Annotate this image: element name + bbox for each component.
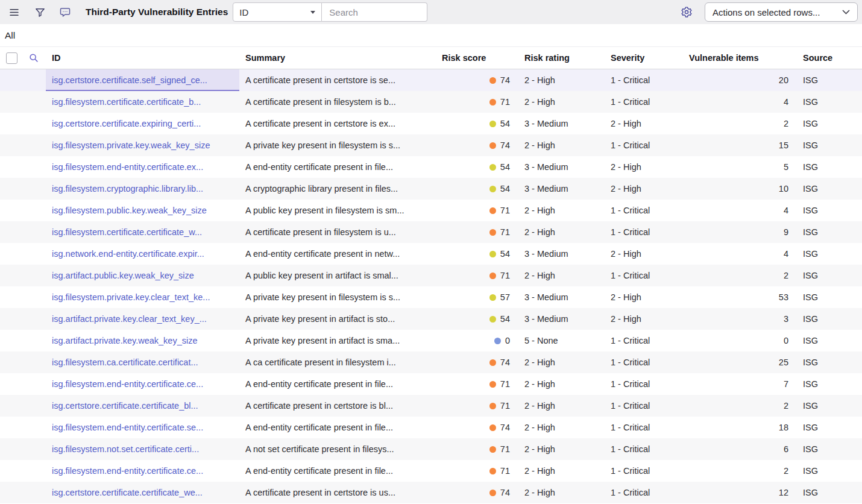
severity-cell: 1 - Critical bbox=[605, 134, 683, 156]
id-cell: isg.filesystem.end-entity.certificate.ce… bbox=[46, 460, 239, 482]
record-link[interactable]: isg.filesystem.end-entity.certificate.ex… bbox=[52, 162, 239, 172]
record-link[interactable]: isg.filesystem.cryptographic.library.lib… bbox=[52, 184, 239, 194]
table-row: isg.filesystem.end-entity.certificate.ce… bbox=[0, 460, 862, 482]
summary-cell: A ca certificate present in filesystem i… bbox=[239, 351, 436, 373]
row-spacer-cell bbox=[22, 134, 46, 156]
summary-cell: A certificate present in certstore is ex… bbox=[239, 113, 436, 134]
select-all-checkbox[interactable] bbox=[6, 52, 17, 64]
record-link[interactable]: isg.filesystem.end-entity.certificate.ce… bbox=[52, 466, 239, 476]
risk-rating-cell: 3 - Medium bbox=[518, 308, 605, 330]
risk-score-cell: 54 bbox=[436, 156, 518, 178]
risk-rating-cell: 3 - Medium bbox=[518, 113, 605, 134]
gear-icon[interactable] bbox=[679, 5, 694, 19]
risk-score-dot bbox=[489, 424, 496, 431]
record-link[interactable]: isg.filesystem.ca.certificate.certificat… bbox=[52, 358, 239, 367]
risk-score-dot bbox=[489, 272, 496, 279]
breadcrumb[interactable]: All bbox=[5, 30, 15, 41]
risk-score-value: 74 bbox=[500, 488, 510, 497]
row-spacer-cell bbox=[22, 395, 46, 417]
risk-score-value: 71 bbox=[500, 271, 510, 280]
column-header-severity[interactable]: Severity bbox=[605, 47, 683, 69]
risk-score-value: 71 bbox=[500, 97, 510, 107]
risk-rating-cell: 2 - High bbox=[518, 373, 605, 395]
row-select-cell bbox=[0, 265, 22, 286]
record-link[interactable]: isg.certstore.certificate.certificate_we… bbox=[52, 488, 239, 497]
risk-score-cell: 71 bbox=[436, 265, 518, 286]
column-header-summary[interactable]: Summary bbox=[239, 47, 436, 69]
summary-cell: A end-entity certificate present in file… bbox=[239, 156, 436, 178]
column-header-risk-score[interactable]: Risk score bbox=[436, 47, 518, 69]
risk-score-dot bbox=[489, 142, 496, 149]
risk-score-cell: 74 bbox=[436, 134, 518, 156]
actions-dropdown[interactable]: Actions on selected rows... bbox=[705, 2, 858, 22]
risk-score-cell: 71 bbox=[436, 200, 518, 221]
table-row: isg.filesystem.certificate.certificate_w… bbox=[0, 221, 862, 243]
risk-rating-cell: 2 - High bbox=[518, 265, 605, 286]
filter-icon[interactable] bbox=[33, 5, 47, 19]
id-cell: isg.filesystem.not.set.certificate.certi… bbox=[46, 438, 239, 460]
record-link[interactable]: isg.certstore.certificate.expiring_certi… bbox=[52, 119, 239, 128]
record-link[interactable]: isg.artifact.private.key.clear_text_key_… bbox=[52, 314, 239, 324]
breadcrumb-bar: All bbox=[0, 24, 862, 47]
summary-cell: A certificate present in filesystem is b… bbox=[239, 91, 436, 113]
risk-rating-cell: 2 - High bbox=[518, 200, 605, 221]
record-link[interactable]: isg.filesystem.certificate.certificate_b… bbox=[52, 97, 239, 107]
vulnerable-items-cell: 3 bbox=[683, 308, 797, 330]
column-header-risk-rating[interactable]: Risk rating bbox=[518, 47, 605, 69]
search-column-select[interactable]: ID bbox=[233, 2, 322, 22]
risk-score-dot bbox=[489, 294, 496, 301]
severity-cell: 1 - Critical bbox=[605, 395, 683, 417]
vulnerable-items-cell: 2 bbox=[683, 395, 797, 417]
row-select-cell bbox=[0, 156, 22, 178]
record-link[interactable]: isg.filesystem.private.key.clear_text_ke… bbox=[52, 292, 239, 302]
risk-score-cell: 74 bbox=[436, 482, 518, 503]
row-select-cell bbox=[0, 69, 22, 92]
summary-cell: A end-entity certificate present in netw… bbox=[239, 243, 436, 265]
record-link[interactable]: isg.filesystem.not.set.certificate.certi… bbox=[52, 444, 239, 454]
record-link[interactable]: isg.network.end-entity.certificate.expir… bbox=[52, 249, 239, 259]
table-row: isg.filesystem.public.key.weak_key_size … bbox=[0, 200, 862, 221]
vulnerable-items-cell: 12 bbox=[683, 482, 797, 503]
record-link[interactable]: isg.filesystem.private.key.weak_key_size bbox=[52, 140, 239, 150]
record-link[interactable]: isg.filesystem.public.key.weak_key_size bbox=[52, 206, 239, 215]
select-all-cell bbox=[0, 47, 22, 69]
record-link[interactable]: isg.filesystem.certificate.certificate_w… bbox=[52, 227, 239, 237]
row-spacer-cell bbox=[22, 417, 46, 438]
column-header-id[interactable]: ID bbox=[46, 47, 239, 69]
source-cell: ISG bbox=[797, 330, 862, 351]
menu-icon[interactable] bbox=[7, 5, 21, 19]
record-link[interactable]: isg.artifact.public.key.weak_key_size bbox=[52, 271, 239, 280]
risk-rating-cell: 2 - High bbox=[518, 134, 605, 156]
vulnerable-items-cell: 18 bbox=[683, 417, 797, 438]
column-header-source[interactable]: Source bbox=[797, 47, 862, 69]
table-row: isg.filesystem.cryptographic.library.lib… bbox=[0, 178, 862, 200]
column-header-vulnerable-items[interactable]: Vulnerable items bbox=[683, 47, 797, 69]
summary-cell: A certificate present in filesystem is u… bbox=[239, 221, 436, 243]
record-link[interactable]: isg.certstore.certificate.self_signed_ce… bbox=[52, 75, 239, 85]
severity-cell: 2 - High bbox=[605, 156, 683, 178]
search-input[interactable] bbox=[322, 2, 427, 22]
vulnerable-items-cell: 6 bbox=[683, 438, 797, 460]
table-row: isg.certstore.certificate.expiring_certi… bbox=[0, 113, 862, 134]
vulnerable-items-cell: 9 bbox=[683, 221, 797, 243]
table-row: isg.filesystem.end-entity.certificate.se… bbox=[0, 417, 862, 438]
record-link[interactable]: isg.filesystem.end-entity.certificate.ce… bbox=[52, 379, 239, 389]
risk-score-dot bbox=[489, 99, 496, 106]
record-link[interactable]: isg.filesystem.end-entity.certificate.se… bbox=[52, 423, 239, 432]
row-spacer-cell bbox=[22, 308, 46, 330]
risk-rating-cell: 2 - High bbox=[518, 221, 605, 243]
search-icon[interactable] bbox=[28, 52, 39, 63]
record-link[interactable]: isg.artifact.private.key.weak_key_size bbox=[52, 336, 239, 345]
severity-cell: 1 - Critical bbox=[605, 482, 683, 503]
id-cell: isg.filesystem.end-entity.certificate.se… bbox=[46, 417, 239, 438]
row-spacer-cell bbox=[22, 156, 46, 178]
row-select-cell bbox=[0, 134, 22, 156]
table-row: isg.filesystem.certificate.certificate_b… bbox=[0, 91, 862, 113]
risk-score-dot bbox=[489, 251, 496, 257]
chevron-down-icon bbox=[310, 11, 315, 14]
record-link[interactable]: isg.certstore.certificate.certificate_bl… bbox=[52, 401, 239, 411]
chat-icon[interactable] bbox=[58, 5, 72, 19]
row-spacer-cell bbox=[22, 351, 46, 373]
actions-dropdown-label: Actions on selected rows... bbox=[713, 7, 820, 17]
row-select-cell bbox=[0, 113, 22, 134]
